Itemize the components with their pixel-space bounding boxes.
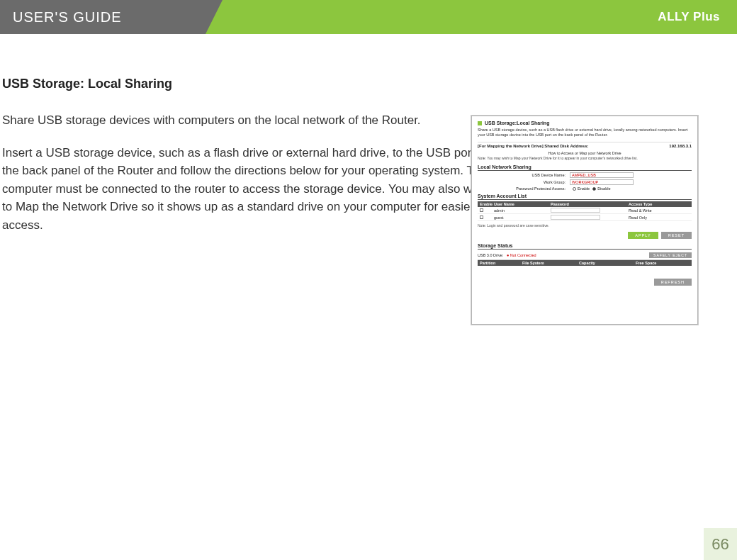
acct-h-enable: Enable	[480, 202, 494, 206]
status-drive-label: USB 3.0 Drive:	[478, 253, 503, 257]
usb-name-label: USB Device Name:	[478, 173, 570, 177]
header-title: USER'S GUIDE	[13, 9, 122, 26]
workgroup-input[interactable]: WORKGROUP	[570, 179, 634, 185]
acct-footnote: Note: Login and password are case sensit…	[478, 223, 692, 228]
product-name: ALLY Plus	[658, 10, 720, 24]
reset-button[interactable]: RESET	[661, 232, 692, 239]
status-h-partition: Partition	[480, 261, 522, 265]
header-bar: USER'S GUIDE ALLY Plus	[0, 0, 737, 34]
usb-name-input[interactable]: AMPED_USB	[570, 172, 634, 178]
figure-description: Share a USB storage device, such as a US…	[478, 128, 692, 138]
acct-table-header: Enable User Name Password Access Type	[478, 201, 692, 207]
mapping-row: [For Mapping the Network Drive] Shared D…	[478, 142, 692, 150]
disable-radio-label: Disable	[597, 186, 610, 191]
paragraph-1: Share USB storage devices with computers…	[2, 111, 500, 130]
status-h-capacity: Capacity	[579, 261, 636, 265]
paragraph-2: Insert a USB storage device, such as a f…	[2, 144, 500, 235]
acct-row: guest Read Only	[478, 214, 692, 221]
refresh-button[interactable]: REFRESH	[654, 279, 692, 286]
mapping-note: Note: You may wish to Map your Network D…	[478, 156, 692, 160]
pw-access-label: Password Protected Access:	[478, 186, 570, 191]
workgroup-label: Work Group:	[478, 180, 570, 184]
acct-h-username: User Name	[494, 202, 551, 206]
section-storage-status: Storage Status	[478, 243, 692, 250]
acct-h-accesstype: Access Type	[629, 202, 685, 206]
apply-button[interactable]: APPLY	[628, 232, 658, 239]
acct-enable-checkbox[interactable]	[480, 215, 483, 219]
acct-password-input[interactable]	[551, 208, 600, 213]
section-local-network-sharing: Local Network Sharing	[478, 164, 692, 171]
mapping-ip: 192.168.3.1	[669, 144, 692, 148]
page-number: 66	[711, 535, 728, 554]
settings-panel-figure: USB Storage:Local Sharing Share a USB st…	[471, 116, 698, 325]
acct-username: guest	[494, 215, 551, 220]
disable-radio[interactable]	[592, 187, 596, 191]
acct-row: admin Read & Write	[478, 207, 692, 214]
status-table-header: Partition File System Capacity Free Spac…	[478, 260, 692, 266]
status-not-connected: Not Connected	[507, 253, 536, 257]
mapping-label: [For Mapping the Network Drive] Shared D…	[478, 144, 588, 148]
acct-h-password: Password	[551, 202, 629, 206]
acct-username: admin	[494, 208, 551, 213]
acct-access: Read & Write	[629, 208, 685, 213]
status-h-freespace: Free Space	[636, 261, 692, 265]
main-content: USB Storage: Local Sharing Share USB sto…	[0, 34, 500, 234]
section-system-account-list: System Account List	[478, 194, 692, 200]
section-title: USB Storage: Local Sharing	[2, 77, 500, 91]
acct-access: Read Only	[629, 215, 685, 220]
header-left-panel: USER'S GUIDE	[0, 0, 206, 34]
acct-password-input[interactable]	[551, 215, 600, 220]
enable-radio[interactable]	[573, 187, 576, 191]
enable-radio-label: Enable	[578, 186, 590, 191]
safely-eject-button[interactable]: SAFELY EJECT	[649, 252, 692, 258]
howto-link: How to Access or Map your Network Drive	[478, 151, 692, 155]
figure-heading: USB Storage:Local Sharing	[478, 121, 692, 125]
status-h-filesystem: File System	[522, 261, 579, 265]
page-number-box: 66	[704, 528, 737, 560]
header-right-panel: ALLY Plus	[658, 0, 720, 34]
acct-enable-checkbox[interactable]	[480, 208, 483, 212]
